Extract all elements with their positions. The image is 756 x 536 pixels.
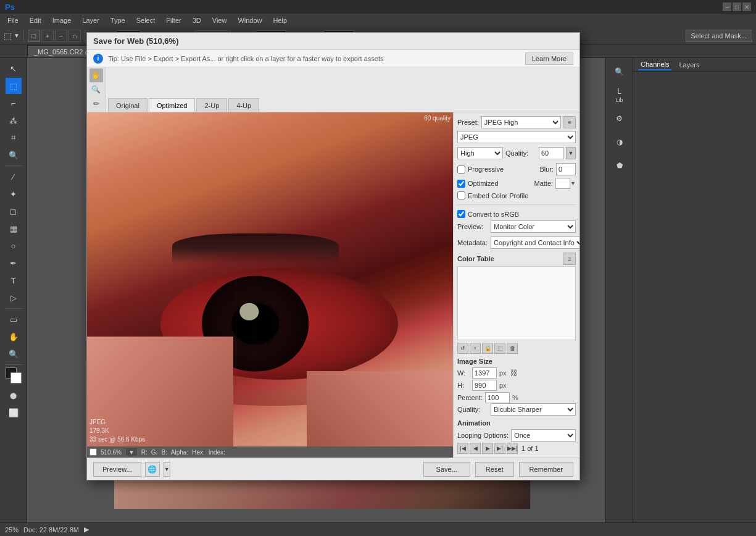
sfw-preset-select[interactable]: JPEG High	[481, 116, 561, 128]
sfw-globe-button[interactable]: 🌐	[145, 462, 160, 477]
styles-panel-btn[interactable]: ⬟	[609, 154, 631, 177]
sfw-convert-srgb-checkbox[interactable]	[457, 210, 465, 218]
sfw-metadata-select[interactable]: Copyright and Contact Info	[491, 237, 579, 249]
eyedropper-tool[interactable]: 🔍	[6, 147, 22, 163]
sfw-quality2-select[interactable]: Bicubic Sharper	[491, 403, 576, 416]
clone-stamp-tool[interactable]: ✦	[6, 186, 22, 202]
sfw-quality-input[interactable]	[539, 147, 563, 159]
sfw-preview-checkbox[interactable]	[89, 448, 97, 456]
sfw-format-select[interactable]: JPEG	[457, 131, 576, 143]
sfw-compression-select[interactable]: High	[457, 147, 503, 159]
sfw-hand-tool[interactable]: ✋	[89, 69, 103, 82]
sfw-preset-menu-btn[interactable]: ≡	[563, 116, 576, 128]
sfw-anim-last-btn[interactable]: ▶▶|	[507, 443, 518, 454]
sfw-remember-button[interactable]: Remember	[519, 462, 573, 477]
maximize-button[interactable]: □	[733, 2, 741, 11]
menu-file[interactable]: File	[2, 15, 23, 25]
libraries-panel-btn[interactable]: LLib	[609, 84, 631, 106]
adjustments-panel-btn[interactable]: ◑	[609, 131, 631, 153]
foreground-background-colors[interactable]	[6, 367, 22, 383]
lasso-tool[interactable]: ⌐	[6, 95, 22, 111]
sfw-anim-play-btn[interactable]: ▶	[482, 443, 493, 454]
add-selection-btn[interactable]: +	[41, 30, 54, 42]
sfw-tab-2up[interactable]: 2-Up	[196, 98, 227, 112]
status-arrow-icon[interactable]: ▶	[84, 526, 89, 534]
sfw-ct-btn-3[interactable]: 🔒	[482, 343, 493, 354]
sfw-zoom-dropdown-btn[interactable]: ▼	[125, 448, 138, 456]
menu-edit[interactable]: Edit	[25, 15, 46, 25]
menu-image[interactable]: Image	[48, 15, 77, 25]
sfw-save-button[interactable]: Save...	[423, 462, 470, 477]
channels-tab[interactable]: Channels	[638, 59, 671, 70]
menu-help[interactable]: Help	[268, 15, 293, 25]
sfw-b-value: B:	[161, 449, 167, 456]
screen-mode-tool[interactable]: ⬜	[6, 404, 22, 421]
pen-tool[interactable]: ✒	[6, 255, 22, 271]
properties-panel-btn[interactable]: ⚙	[609, 107, 631, 130]
sfw-reset-button[interactable]: Reset	[475, 462, 514, 477]
dodge-tool[interactable]: ○	[6, 238, 22, 254]
search-panel-btn[interactable]: 🔍	[609, 61, 631, 83]
marquee-tool[interactable]: ⬚	[6, 78, 22, 94]
sfw-optimized-checkbox[interactable]	[457, 180, 465, 188]
sfw-preview-button[interactable]: Preview...	[93, 462, 141, 477]
path-select-tool[interactable]: ▷	[6, 290, 22, 306]
menu-type[interactable]: Type	[106, 15, 130, 25]
sfw-link-wh-icon[interactable]: ⛓	[510, 369, 518, 377]
sfw-progressive-label: Progressive	[468, 165, 504, 173]
rectangle-tool[interactable]: ▭	[6, 311, 22, 327]
sfw-progressive-checkbox[interactable]	[457, 165, 465, 174]
sfw-zoom-tool[interactable]: 🔍	[89, 83, 103, 96]
sfw-preview-area[interactable]: JPEG 179.3K 33 sec @ 56.6 Kbps 60 qualit…	[87, 112, 453, 458]
sfw-blur-input[interactable]	[556, 163, 576, 175]
magic-wand-tool[interactable]: ⁂	[6, 112, 22, 128]
subtract-selection-btn[interactable]: −	[55, 30, 67, 42]
brush-tool[interactable]: ∕	[6, 169, 22, 185]
menu-select[interactable]: Select	[131, 15, 160, 25]
intersect-selection-btn[interactable]: ∩	[69, 30, 81, 42]
background-color[interactable]	[10, 372, 22, 383]
sfw-ct-btn-1[interactable]: ↺	[457, 343, 468, 354]
sfw-anim-prev-btn[interactable]: ◀	[470, 443, 481, 454]
sfw-eyedropper-tool[interactable]: ✏	[89, 97, 103, 111]
sfw-tab-4up[interactable]: 4-Up	[228, 98, 259, 112]
sfw-preview-select[interactable]: Monitor Color	[491, 220, 576, 233]
menu-filter[interactable]: Filter	[161, 15, 186, 25]
sfw-embed-color-checkbox[interactable]	[457, 191, 465, 199]
learn-more-button[interactable]: Learn More	[525, 52, 573, 65]
sfw-ct-btn-4[interactable]: ⬚	[494, 343, 505, 354]
sfw-ct-btn-2[interactable]: +	[470, 343, 481, 354]
sfw-percent-input[interactable]	[485, 392, 510, 403]
menu-3d[interactable]: 3D	[188, 15, 206, 25]
text-tool[interactable]: T	[6, 272, 22, 288]
new-selection-btn[interactable]: □	[28, 30, 40, 42]
sfw-tab-original[interactable]: Original	[108, 98, 147, 112]
zoom-tool[interactable]: 🔍	[6, 346, 22, 362]
move-tool[interactable]: ↖	[6, 61, 22, 77]
menu-view[interactable]: View	[207, 15, 232, 25]
marquee-options-icon[interactable]: ▼	[14, 32, 20, 39]
hand-tool[interactable]: ✋	[6, 329, 22, 345]
sfw-anim-next-btn[interactable]: ▶|	[494, 443, 505, 454]
sfw-height-value-input[interactable]	[472, 380, 497, 391]
layers-tab[interactable]: Layers	[676, 60, 702, 70]
minimize-button[interactable]: –	[723, 2, 731, 11]
close-button[interactable]: ✕	[742, 2, 751, 11]
sfw-matte-arrow-icon[interactable]: ▼	[570, 180, 576, 186]
sfw-tab-optimized[interactable]: Optimized	[149, 98, 196, 112]
quick-mask-tool[interactable]: ⬤	[6, 387, 22, 403]
select-and-mask-button[interactable]: Select and Mask...	[686, 30, 753, 42]
sfw-quality-arrow-btn[interactable]: ▼	[566, 147, 576, 159]
crop-tool[interactable]: ⌗	[6, 130, 22, 146]
sfw-width-value-input[interactable]	[472, 367, 497, 379]
sfw-globe-arrow-btn[interactable]: ▼	[164, 462, 170, 477]
sfw-color-table-menu-btn[interactable]: ≡	[563, 253, 576, 265]
sfw-anim-first-btn[interactable]: |◀	[457, 443, 468, 454]
menu-layer[interactable]: Layer	[77, 15, 104, 25]
menu-window[interactable]: Window	[233, 15, 267, 25]
sfw-ct-btn-5[interactable]: 🗑	[507, 343, 518, 354]
sfw-looping-select[interactable]: Once	[511, 429, 576, 442]
marquee-tool-icon[interactable]: ⬚	[4, 31, 12, 41]
eraser-tool[interactable]: ◻	[6, 203, 22, 219]
gradient-tool[interactable]: ▦	[6, 220, 22, 237]
